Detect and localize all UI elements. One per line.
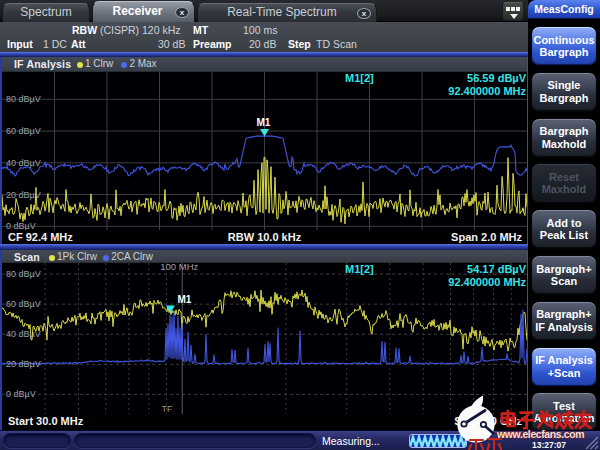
setting-mt-value: 100 ms [243, 24, 277, 36]
y-axis-tick-label: 40 dBµV [6, 329, 41, 339]
y-axis-tick-label: 20 dBµV [6, 359, 41, 369]
tab-spectrum-label: Spectrum [20, 5, 71, 19]
window-title-bar-if-analysis[interactable]: IF Analysis1 Clrw2 Max [2, 57, 527, 72]
y-axis-tick-label: 80 dBµV [6, 94, 41, 104]
setting-att-label: Att [71, 38, 86, 50]
footer-right-value: Stop 1.0 GHz [454, 415, 522, 427]
y-axis-tick-label: 40 dBµV [6, 158, 41, 168]
status-bar: Measuring... 13:27:07 [0, 430, 600, 450]
setting-step-value: TD Scan [316, 38, 357, 50]
trace-1pk-clrw [2, 290, 527, 351]
trace-legend-label: 1 Clrw [85, 58, 113, 69]
window-title-if-analysis: IF Analysis [14, 58, 71, 70]
setting-rbw-value: (CISPR) 120 kHz [100, 24, 181, 36]
trace-legend-label: 2 Max [129, 58, 156, 69]
status-message: Measuring... [322, 435, 380, 447]
chevron-down-icon [510, 14, 518, 19]
tab-list-icon [511, 7, 515, 11]
softkey-if-analysis-scan[interactable]: IF Analysis+Scan [531, 347, 597, 387]
y-axis-tick-label: 0 dBµV [6, 221, 36, 230]
setting-step-label: Step [288, 38, 311, 50]
tab-list-icon [516, 7, 520, 11]
axis-footer-scan: Start 30.0 MHzStop 1.0 GHz [2, 414, 527, 428]
status-field-2 [74, 433, 316, 448]
y-axis-tick-label: 20 dBµV [6, 190, 41, 200]
setting-preamp-value: 20 dB [249, 38, 276, 50]
setting-preamp-label: Preamp [193, 38, 232, 50]
marker-readout-frequency: 92.400000 MHz [448, 276, 526, 288]
marker-readout-name: M1[2] [345, 72, 374, 84]
trace-legend-dot [121, 62, 127, 68]
y-axis-tick-label: 0 dBµV [6, 389, 36, 399]
marker-triangle-icon[interactable] [260, 129, 269, 137]
setting-att-value: 30 dB [158, 38, 185, 50]
footer-center-value: RBW 10.0 kHz [2, 231, 527, 243]
trace-legend-label: 1Pk Clrw [57, 251, 97, 262]
softkey-continuous-bargraph[interactable]: ContinuousBargraph [531, 26, 597, 66]
transducer-factor-label: TF [161, 404, 172, 414]
tab-realtime-spectrum-label: Real-Time Spectrum [227, 5, 337, 19]
softkey-menu-title: MeasConfig [528, 0, 600, 19]
plot-area-scan[interactable]: M10 dBµV20 dBµV40 dBµV60 dBµV80 dBµVM1[2… [2, 263, 527, 414]
window-title-bar-scan[interactable]: Scan1Pk Clrw2CA Clrw [2, 250, 527, 263]
busy-progress-indicator [409, 434, 467, 448]
trace-legend-label: 2CA Clrw [111, 251, 153, 262]
close-icon[interactable]: x [357, 8, 371, 19]
tab-receiver[interactable]: Receiver x [92, 1, 195, 22]
tab-receiver-label: Receiver [112, 4, 162, 18]
trace-legend-dot [49, 255, 55, 261]
trace-legend-dot [103, 255, 109, 261]
setting-mt-label: MT [193, 24, 208, 36]
softkey-bargraph-if-analysis[interactable]: Bargraph+IF Analysis [531, 301, 597, 341]
marker-label: M1 [177, 294, 191, 305]
footer-right-value: Span 2.0 MHz [451, 231, 522, 243]
y-axis-tick-label: 60 dBµV [6, 299, 41, 309]
marker-readout-level: 54.17 dBµV [467, 263, 526, 275]
softkey-reset-maxhold: ResetMaxhold [531, 163, 597, 203]
tab-list-icon [506, 7, 510, 11]
setting-rbw-label: RBW [72, 24, 97, 36]
tab-realtime-spectrum[interactable]: Real-Time Spectrum x [197, 3, 377, 22]
receiver-screen: Spectrum Receiver x Real-Time Spectrum x… [0, 0, 600, 450]
softkey-add-to-peak-list[interactable]: Add toPeak List [531, 209, 597, 249]
marker-readout-frequency: 92.400000 MHz [448, 85, 526, 97]
y-axis-tick-label: 80 dBµV [6, 269, 41, 279]
status-field-1 [3, 433, 71, 448]
setting-input-label: Input [7, 38, 33, 50]
close-icon[interactable]: x [175, 7, 189, 18]
footer-left-value: Start 30.0 MHz [8, 415, 83, 427]
progress-zigzag-icon [410, 435, 467, 448]
trace-legend-dot [77, 62, 83, 68]
measurement-settings-header: RBW(CISPR) 120 kHzMT100 msInput1 DCAtt30… [0, 22, 528, 52]
axis-footer-if-analysis: CF 92.4 MHzRBW 10.0 kHzSpan 2.0 MHz [2, 230, 527, 244]
marker-label: M1 [257, 117, 271, 128]
softkey-bargraph-maxhold[interactable]: BargraphMaxhold [531, 118, 597, 158]
softkey-test-automation[interactable]: TestAutomation [531, 392, 597, 432]
softkey-single-bargraph[interactable]: SingleBargraph [531, 72, 597, 112]
marker-readout-level: 56.59 dBµV [467, 72, 526, 84]
setting-input-value: 1 DC [43, 38, 67, 50]
clock: 13:27:07 [520, 440, 566, 450]
tab-bar: Spectrum Receiver x Real-Time Spectrum x [0, 0, 528, 22]
marker-readout-name: M1[2] [345, 263, 374, 275]
tab-list-dropdown-button[interactable] [502, 2, 524, 21]
softkey-bargraph-scan[interactable]: Bargraph+Scan [531, 255, 597, 295]
x-axis-100mhz-label: 100 MHz [160, 263, 198, 272]
softkey-panel: MeasConfig ContinuousBargraphSingleBargr… [528, 0, 600, 450]
tab-spectrum[interactable]: Spectrum [2, 3, 90, 22]
window-title-scan: Scan [14, 251, 40, 263]
plot-area-if-analysis[interactable]: M10 dBµV20 dBµV40 dBµV60 dBµV80 dBµVM1[2… [2, 72, 527, 230]
y-axis-tick-label: 60 dBµV [6, 126, 41, 136]
